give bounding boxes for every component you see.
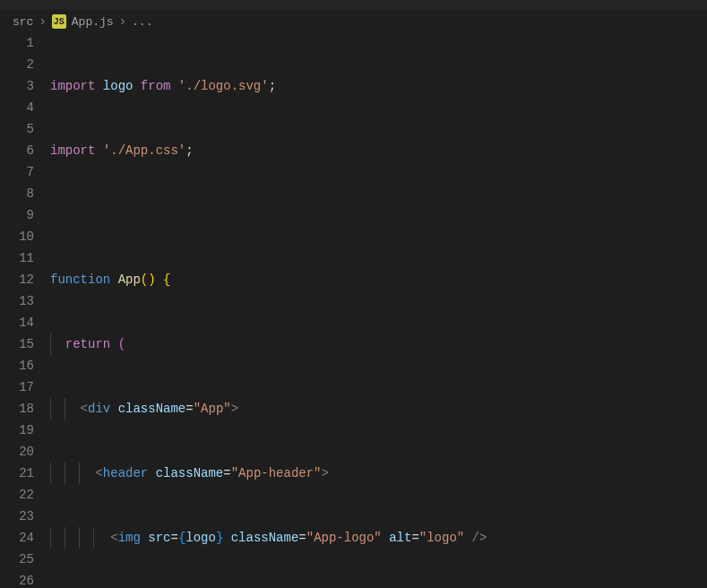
code-line[interactable] [50,204,707,226]
code-editor[interactable]: 1 2 3 4 5 6 7 8 9 10 11 12 13 14 15 16 1… [0,32,707,588]
code-content[interactable]: import logo from './logo.svg'; import '.… [50,32,707,588]
code-line[interactable]: <div className="App"> [50,398,707,419]
javascript-file-icon: JS [52,14,66,29]
line-number-gutter: 1 2 3 4 5 6 7 8 9 10 11 12 13 14 15 16 1… [0,32,50,588]
chevron-right-icon: › [39,14,46,29]
code-line[interactable]: <header className="App-header"> [50,463,707,484]
breadcrumb-more[interactable]: ... [132,15,152,29]
code-line[interactable]: return ( [50,333,707,355]
breadcrumb-folder[interactable]: src [13,15,33,29]
code-line[interactable]: <img src={logo} className="App-logo" alt… [50,527,707,549]
tab-bar [0,0,707,11]
code-line[interactable]: import logo from './logo.svg'; [50,75,707,97]
breadcrumb-filename[interactable]: App.js [72,15,114,29]
code-line[interactable]: import './App.css'; [50,140,707,161]
code-line[interactable]: function App() { [50,269,707,290]
chevron-right-icon: › [119,14,126,29]
breadcrumb[interactable]: src › JS App.js › ... [0,11,707,32]
